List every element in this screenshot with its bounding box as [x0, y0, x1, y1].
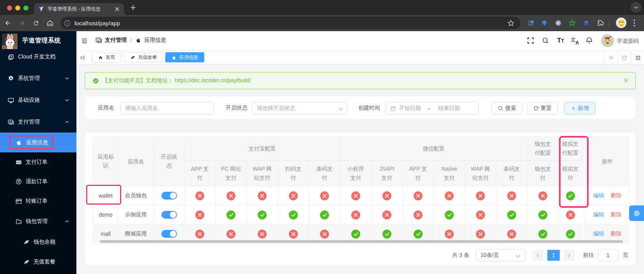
- svg-text:PayPal: PayPal: [17, 162, 21, 163]
